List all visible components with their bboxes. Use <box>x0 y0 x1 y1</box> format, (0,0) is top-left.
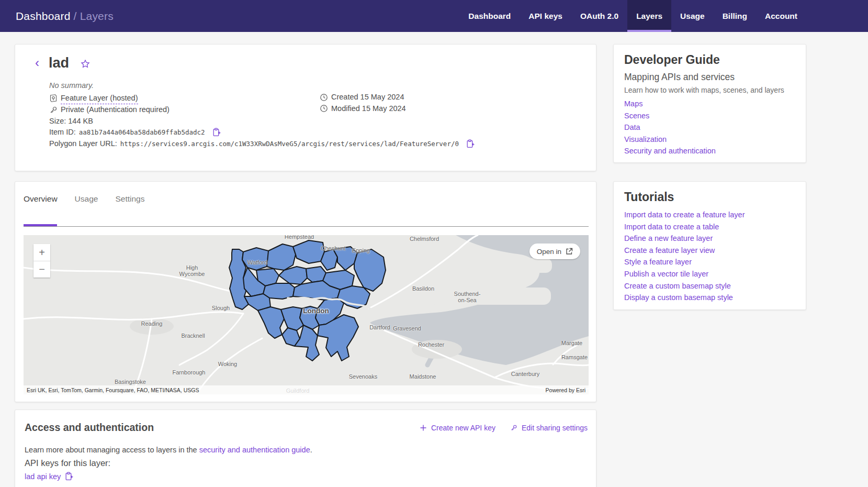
plus-icon <box>420 424 427 431</box>
open-in-label: Open in <box>537 248 561 256</box>
layer-content-card: Overview Usage Settings <box>15 181 596 402</box>
learn-text-prefix: Learn more about managing access to laye… <box>25 446 199 454</box>
top-nav-item-label: API keys <box>528 12 562 21</box>
top-nav-item[interactable]: API keys <box>520 0 571 32</box>
developer-guide-description: Learn how to work with maps, scenes, and… <box>624 86 795 94</box>
top-nav-item[interactable]: Usage <box>671 0 714 32</box>
key-icon <box>510 424 517 431</box>
tab-label: Overview <box>24 194 58 203</box>
developer-guide-card: Developer Guide Mapping APIs and service… <box>613 44 806 163</box>
attribution-powered-by: Powered by Esri <box>546 387 585 393</box>
layer-info-card: ‹ lad No summary. Feature Layer (hosted)… <box>15 44 596 171</box>
create-api-key-button[interactable]: Create new API key <box>420 424 495 432</box>
clock-icon <box>320 104 328 113</box>
developer-guide-link[interactable]: Data <box>624 121 795 134</box>
developer-guide-subtitle: Mapping APIs and services <box>624 72 795 83</box>
tab-divider <box>24 226 589 227</box>
tab[interactable]: Overview <box>24 194 58 213</box>
developer-guide-link[interactable]: Visualization <box>624 134 795 146</box>
security-guide-link[interactable]: security and authentication guide <box>199 446 310 454</box>
tutorial-link[interactable]: Style a feature layer <box>624 256 795 268</box>
layer-access: Private (Authentication required) <box>61 104 170 116</box>
access-authentication-card: Access and authentication Create new API… <box>15 409 596 487</box>
top-nav-item-label: Usage <box>680 12 705 21</box>
top-nav-item[interactable]: OAuth 2.0 <box>571 0 627 32</box>
access-actions: Create new API key Edit sharing settings <box>420 424 588 432</box>
access-section-title: Access and authentication <box>25 422 154 434</box>
modified-date: Modified 15 May 2024 <box>331 103 406 115</box>
breadcrumb-layers: Layers <box>80 10 114 22</box>
developer-guide-links: MapsScenesDataVisualizationSecurity and … <box>624 98 795 157</box>
developer-guide-link[interactable]: Scenes <box>624 110 795 122</box>
tutorial-link[interactable]: Publish a vector tile layer <box>624 268 795 280</box>
tab-label: Usage <box>75 194 98 203</box>
basemap-graphic <box>24 235 589 394</box>
tutorials-card: Tutorials Import data to create a featur… <box>613 181 806 310</box>
create-api-key-label: Create new API key <box>431 424 495 432</box>
api-key-link[interactable]: lad api key <box>25 472 61 481</box>
back-button[interactable]: ‹ <box>31 57 43 70</box>
map-attribution-bar: Esri UK, Esri, TomTom, Garmin, Foursquar… <box>24 385 589 394</box>
layer-dates: Created 15 May 2024 Modified 15 May 2024 <box>320 92 406 114</box>
zoom-in-button[interactable]: + <box>33 244 50 261</box>
layer-url-value: https://services9.arcgis.com/c1W33XRwDAs… <box>120 138 459 150</box>
tutorial-link[interactable]: Create a custom basemap style <box>624 280 795 292</box>
layer-url-label: Polygon Layer URL: <box>49 138 117 150</box>
layer-type[interactable]: Feature Layer (hosted) <box>61 93 138 105</box>
top-navigation-bar: Dashboard / Layers Dashboard API keys OA… <box>0 0 868 32</box>
copy-api-key-icon[interactable] <box>64 472 73 481</box>
breadcrumb-dashboard[interactable]: Dashboard <box>16 10 71 22</box>
tab[interactable]: Settings <box>115 194 144 213</box>
breadcrumb: Dashboard / Layers <box>16 10 114 23</box>
clock-icon <box>320 93 328 102</box>
tutorial-link[interactable]: Create a feature layer view <box>624 245 795 257</box>
tutorial-link[interactable]: Import data to create a feature layer <box>624 209 795 221</box>
map-london-label: London <box>303 307 329 315</box>
item-id-value: aa81b7a44a064ba58dab69ffab5dadc2 <box>79 127 205 138</box>
top-nav-item[interactable]: Account <box>756 0 806 32</box>
top-nav-item[interactable]: Dashboard <box>459 0 520 32</box>
layer-summary: No summary. <box>49 80 475 92</box>
tab[interactable]: Usage <box>75 194 98 213</box>
page: Dashboard / Layers Dashboard API keys OA… <box>0 0 868 487</box>
top-nav-item-label: OAuth 2.0 <box>580 12 618 21</box>
top-nav-item-label: Layers <box>636 12 662 21</box>
map-viewport[interactable]: HempsteadChelmsfordCheshuntEppingWatford… <box>24 235 589 394</box>
top-nav-item-label: Billing <box>723 12 747 21</box>
top-nav-item[interactable]: Layers <box>627 0 671 32</box>
copy-url-icon[interactable] <box>466 139 475 148</box>
attribution-sources: Esri UK, Esri, TomTom, Garmin, Foursquar… <box>27 387 199 393</box>
developer-guide-link[interactable]: Maps <box>624 98 795 110</box>
learn-text-suffix: . <box>310 446 312 454</box>
tutorial-link[interactable]: Define a new feature layer <box>624 233 795 245</box>
favorite-star-icon[interactable] <box>80 59 91 69</box>
developer-guide-title: Developer Guide <box>624 53 795 67</box>
tab-bar: Overview Usage Settings <box>24 194 144 213</box>
zoom-out-button[interactable]: − <box>33 261 50 278</box>
api-key-row: lad api key <box>25 472 73 481</box>
map-zoom-control: + − <box>33 244 50 278</box>
tutorial-link[interactable]: Import data to create a table <box>624 221 795 233</box>
open-in-button[interactable]: Open in <box>529 244 580 259</box>
created-date: Created 15 May 2024 <box>331 92 404 103</box>
tutorials-title: Tutorials <box>624 190 795 204</box>
key-icon <box>49 106 58 114</box>
layer-title: lad <box>49 55 69 71</box>
tab-label: Settings <box>115 194 144 203</box>
edit-sharing-button[interactable]: Edit sharing settings <box>510 424 588 432</box>
external-link-icon <box>566 248 573 255</box>
api-keys-label: API keys for this layer: <box>25 458 110 468</box>
tutorials-links: Import data to create a feature layerImp… <box>624 209 795 304</box>
top-nav-item-label: Dashboard <box>468 12 511 21</box>
breadcrumb-separator: / <box>71 10 80 22</box>
top-nav-item[interactable]: Billing <box>714 0 756 32</box>
tutorial-link[interactable]: Display a custom basemap style <box>624 292 795 304</box>
layer-details: No summary. Feature Layer (hosted) Priva… <box>49 80 475 149</box>
copy-item-id-icon[interactable] <box>212 128 221 137</box>
access-learn-text: Learn more about managing access to laye… <box>25 446 312 454</box>
developer-guide-link[interactable]: Security and authentication <box>624 145 795 157</box>
feature-layer-icon <box>49 94 58 103</box>
top-nav-menu: Dashboard API keys OAuth 2.0 Layers Usag… <box>459 0 806 32</box>
edit-sharing-label: Edit sharing settings <box>522 424 588 432</box>
item-id-label: Item ID: <box>49 127 76 138</box>
